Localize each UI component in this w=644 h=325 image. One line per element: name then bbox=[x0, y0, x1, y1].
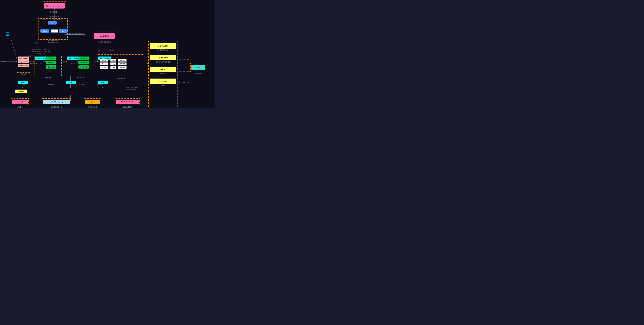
collect-data-a: 收集数据 bbox=[48, 84, 54, 86]
quartz-outer-box: quartz 2.3.2 bbox=[92, 31, 116, 40]
cluster-mid: cluster bbox=[51, 29, 58, 32]
gateway-sublabel: 网关集群 bbox=[17, 73, 30, 75]
proxy2-box: Proxy bbox=[110, 62, 116, 65]
minio-sublabel: 分布式消源存储服务 bbox=[150, 49, 176, 51]
service-a-sublabel: A服务集群 bbox=[34, 77, 62, 79]
auth-box: 认证服务 bbox=[16, 89, 27, 93]
service-b2-box: Service-B bbox=[78, 61, 89, 64]
sidecar1-box: Sidecar bbox=[100, 59, 108, 62]
nacos-top: Nacos bbox=[48, 21, 56, 24]
zipkin-box: Zipkin/Sky Walking bbox=[43, 100, 70, 104]
nifi-sublabel: 数据同步工具 bbox=[190, 72, 206, 75]
quartz-sublabel: 分布式任务调度系统 bbox=[92, 41, 116, 43]
hetero-sublabel: 异构服务集群 bbox=[98, 77, 143, 79]
monitor-icon: 🖥 bbox=[4, 31, 10, 38]
elasticsearch-sublabel: 数据检索服务/缓存服务 bbox=[150, 61, 176, 63]
get-service-list-label: 获取服务列表 bbox=[45, 15, 64, 17]
api-call-label: API调用 bbox=[0, 61, 6, 63]
nacos-bottom-left: Nacos bbox=[40, 29, 49, 32]
mysql-sublabel: 数据库 bbox=[150, 84, 176, 86]
service-a2-box: Service-A bbox=[46, 61, 56, 64]
springboot-admin-box: SpringBootAdmin Server bbox=[42, 1, 66, 10]
sleuth-b-box: Sleuth bbox=[66, 81, 76, 84]
clean-push-1-label: 清洗、组装、推送 bbox=[178, 59, 189, 61]
quartz-label: quartz 2.3.2 bbox=[94, 33, 114, 39]
feign-client-b-label: Feign Client bbox=[68, 63, 75, 65]
spring-version-info: Spring Cloud版本：Hoxton.SR9 Spring Boot版本：… bbox=[26, 48, 55, 54]
sidecar3-box: Sidecar bbox=[100, 66, 108, 69]
gateway1-box: ruoyi-gateway bbox=[18, 56, 30, 60]
nacos-bottom-right: Nacos bbox=[59, 29, 68, 32]
gateway2-box: ruoyi-gateway bbox=[18, 60, 30, 63]
service-discovery-label: 服务发现/获取配置内容 bbox=[66, 33, 86, 35]
hetero2-box: 异构服务 bbox=[118, 62, 127, 65]
spring-cloud-stream-box: Spring Cloud Stream消息队列连接组件 bbox=[126, 87, 143, 90]
nifi-outer-box: NIFI bbox=[190, 63, 206, 72]
feign-client-a-label: Feign Client bbox=[36, 63, 43, 65]
elk-box: ELK bbox=[85, 100, 100, 104]
elk-sublabel: 日志聚合系统 bbox=[84, 106, 102, 108]
mysql-box: Mysql 5.7.x bbox=[150, 78, 176, 84]
svg-line-4 bbox=[11, 39, 17, 59]
service-b1-box: Service-B bbox=[78, 56, 89, 60]
register-quartz-label: 注册 bbox=[97, 50, 100, 52]
nifi-box: NIFI bbox=[192, 65, 206, 70]
proxy1-box: Proxy bbox=[110, 59, 116, 62]
minio-box: Minio/FastDFS bbox=[150, 43, 176, 49]
cluster2-label: cluster bbox=[56, 19, 61, 21]
diagram-container: 🖥 API调用 SpringBootAdmin Server 服务监控中心 获取… bbox=[0, 0, 214, 108]
springboot-admin-sublabel: 服务监控中心 bbox=[42, 11, 66, 13]
service-a1-box: Service-A bbox=[46, 56, 56, 60]
zipkin-outer-box: Zipkin/Sky Walking bbox=[42, 98, 71, 105]
ruoyi-auth-sublabel: 认证中心 bbox=[11, 106, 29, 108]
nacos-cluster-sublabel: 服务注册中心集群配置管理中心集群 bbox=[39, 40, 68, 44]
sleuth-a-box: Sleuth bbox=[18, 81, 28, 84]
hetero1-box: 异构服务 bbox=[118, 59, 127, 62]
zipkin-sublabel: 链路监控服务中心 bbox=[42, 106, 71, 108]
rabbitmq-outer-box: RabbitMQ、KAFKA... bbox=[114, 98, 140, 105]
collect-data-b: 收集数据 bbox=[79, 84, 85, 86]
service-b-sublabel: B服务集群 bbox=[67, 77, 94, 79]
springboot-admin-label: SpringBootAdmin Server bbox=[44, 3, 65, 8]
sidecar2-box: Sidecar bbox=[100, 62, 108, 65]
elasticsearch-box: ElasticSearch bbox=[150, 55, 176, 60]
redis-box: Redis bbox=[150, 67, 176, 72]
rabbitmq-sublabel: 消息队列中间件 bbox=[114, 106, 140, 108]
collect-data-gw: 收集数据 bbox=[20, 84, 26, 86]
service-a3-box: Service-A bbox=[46, 65, 56, 68]
ruoyi-auth-outer-box: ruoyi-auth bbox=[11, 98, 29, 105]
proxy3-box: Proxy bbox=[110, 66, 116, 69]
cluster1-label: cluster bbox=[42, 19, 46, 21]
ruoyi-auth-box: ruoyi-auth bbox=[12, 100, 28, 104]
rabbitmq-box: RabbitMQ、KAFKA... bbox=[116, 100, 138, 104]
service-b3-box: Service-B bbox=[78, 65, 89, 68]
extract-binlog-label: 抽取（基于binlog） bbox=[178, 81, 190, 83]
clean-push-2-label: 清洗、组装、推送 bbox=[178, 70, 189, 72]
register1-label: 注册 bbox=[35, 42, 38, 44]
hetero3-box: 异构服务 bbox=[118, 66, 127, 69]
elk-outer-box: ELK bbox=[84, 98, 102, 105]
sleuth-c-box: Sleuth bbox=[98, 81, 108, 84]
redis-sublabel: 缓存服务 bbox=[150, 73, 176, 75]
collect-data-c: 收集数据 bbox=[97, 84, 102, 86]
task-schedule-label: 任务调度 bbox=[109, 50, 114, 52]
gateway3-box: ruoyi-gateway bbox=[18, 64, 30, 67]
